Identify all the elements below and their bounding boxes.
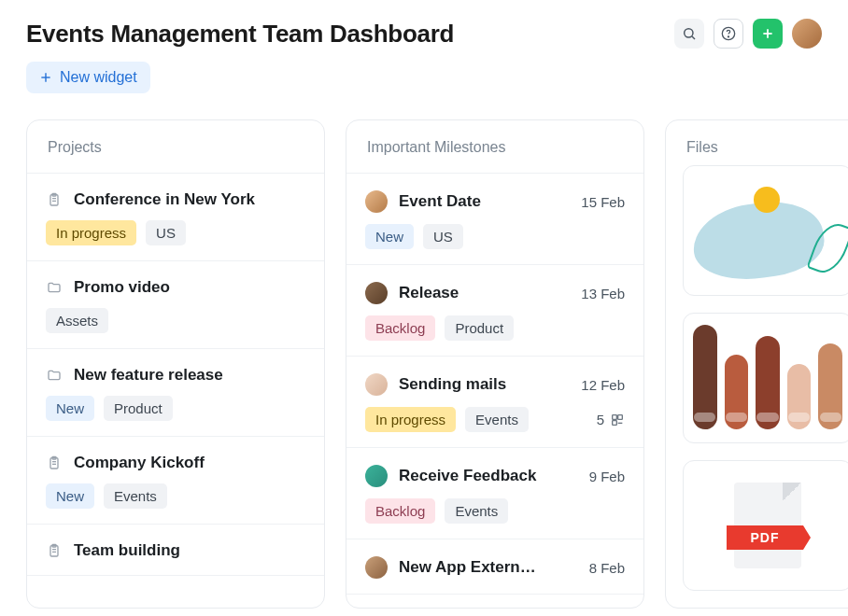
- plus-icon: [39, 71, 52, 84]
- project-name: Company Kickoff: [74, 454, 305, 472]
- folder-icon: [46, 367, 63, 384]
- project-name: Promo video: [74, 278, 305, 297]
- svg-line-1: [692, 36, 695, 39]
- tag-backlog[interactable]: Backlog: [365, 315, 435, 341]
- tag-plain[interactable]: Events: [104, 483, 167, 509]
- project-item[interactable]: Promo videoAssets: [27, 261, 324, 349]
- tag-new[interactable]: New: [46, 483, 94, 509]
- milestones-header: Important Milestones: [346, 120, 643, 174]
- chart-bar: [725, 355, 749, 429]
- milestone-name: Event Date: [399, 192, 570, 211]
- files-card: Files PDF: [665, 119, 848, 609]
- milestone-date: 12 Feb: [581, 377, 625, 393]
- clipboard-icon: [46, 542, 63, 559]
- project-item[interactable]: Company KickoffNewEvents: [27, 437, 324, 525]
- project-name: New feature release: [74, 366, 305, 385]
- tag-plain[interactable]: Events: [445, 498, 508, 524]
- milestone-item[interactable]: Sending mails12 FebIn progressEvents5: [346, 357, 643, 448]
- milestone-date: 13 Feb: [581, 286, 625, 301]
- milestone-name: Release: [399, 284, 570, 302]
- milestone-date: 8 Feb: [589, 560, 625, 576]
- milestone-item[interactable]: Release13 FebBacklogProduct: [346, 265, 643, 357]
- milestone-name: New App Extern…: [399, 558, 578, 577]
- pdf-icon: PDF: [734, 483, 801, 568]
- search-icon: [682, 26, 697, 41]
- milestone-date: 15 Feb: [581, 194, 625, 210]
- milestone-item[interactable]: Receive Feedback9 FebBacklogEvents: [346, 448, 643, 539]
- file-thumbnail[interactable]: PDF: [683, 460, 848, 591]
- tag-plain[interactable]: Events: [465, 407, 529, 432]
- svg-point-0: [685, 29, 693, 37]
- search-button[interactable]: [674, 19, 704, 49]
- file-thumbnail[interactable]: [683, 313, 848, 443]
- new-widget-button[interactable]: New widget: [26, 62, 150, 93]
- plus-icon: [760, 26, 775, 41]
- svg-rect-20: [613, 414, 617, 419]
- tag-plain[interactable]: Product: [445, 315, 514, 341]
- project-item[interactable]: New feature releaseNewProduct: [27, 349, 324, 437]
- illustration-sun: [754, 187, 780, 213]
- assignee-avatar[interactable]: [365, 465, 388, 487]
- svg-rect-21: [618, 414, 623, 419]
- subtask-count: 5: [597, 412, 604, 427]
- chart-bar: [787, 364, 812, 429]
- files-header: Files: [666, 120, 848, 165]
- help-button[interactable]: [714, 19, 743, 49]
- project-item[interactable]: Team building: [27, 525, 324, 576]
- subtasks-icon: [610, 413, 625, 427]
- tag-plain[interactable]: US: [146, 220, 186, 245]
- project-item[interactable]: Conference in New YorkIn progressUS: [27, 174, 324, 261]
- clipboard-icon: [46, 191, 63, 208]
- assignee-avatar[interactable]: [365, 556, 388, 579]
- chart-bar: [756, 336, 780, 429]
- user-avatar[interactable]: [792, 19, 822, 49]
- assignee-avatar[interactable]: [365, 282, 388, 304]
- tag-inprogress[interactable]: In progress: [365, 407, 456, 432]
- assignee-avatar[interactable]: [365, 190, 388, 213]
- header-actions: [674, 19, 822, 49]
- tag-plain[interactable]: Product: [104, 396, 173, 421]
- projects-header: Projects: [27, 120, 324, 174]
- project-name: Conference in New York: [74, 190, 305, 209]
- milestone-item[interactable]: New App Extern…8 Feb: [346, 539, 643, 595]
- projects-card: Projects Conference in New YorkIn progre…: [26, 119, 325, 609]
- add-button[interactable]: [753, 19, 783, 49]
- svg-point-3: [728, 36, 728, 37]
- milestone-name: Sending mails: [399, 375, 570, 394]
- assignee-avatar[interactable]: [365, 373, 388, 396]
- milestone-item[interactable]: Event Date15 FebNewUS: [346, 174, 643, 265]
- help-icon: [721, 26, 736, 41]
- page-title: Events Management Team Dashboard: [26, 20, 454, 49]
- clipboard-icon: [46, 455, 63, 471]
- folder-icon: [46, 279, 63, 296]
- svg-rect-22: [613, 420, 617, 425]
- milestone-date: 9 Feb: [589, 469, 625, 484]
- project-name: Team building: [74, 541, 305, 560]
- milestone-name: Receive Feedback: [399, 467, 578, 485]
- tag-backlog[interactable]: Backlog: [365, 498, 435, 524]
- file-thumbnail[interactable]: [683, 165, 848, 296]
- tag-new[interactable]: New: [365, 224, 414, 249]
- tag-plain[interactable]: Assets: [46, 308, 108, 333]
- tag-plain[interactable]: US: [423, 224, 463, 249]
- chart-bar: [818, 343, 842, 429]
- pdf-label: PDF: [727, 525, 803, 550]
- tag-inprogress[interactable]: In progress: [46, 220, 136, 245]
- chart-bar: [693, 325, 717, 429]
- milestones-card: Important Milestones Event Date15 FebNew…: [346, 119, 644, 609]
- new-widget-label: New widget: [60, 69, 137, 86]
- tag-new[interactable]: New: [46, 396, 94, 421]
